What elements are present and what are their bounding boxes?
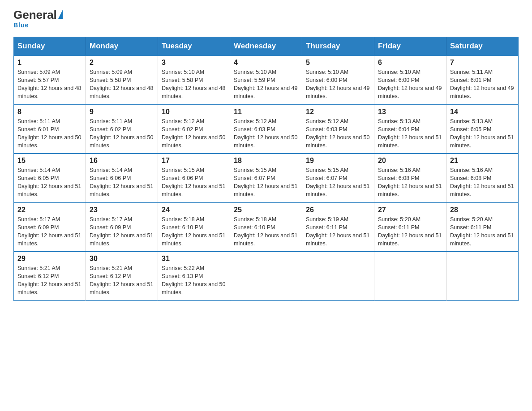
day-number: 11: [234, 108, 298, 116]
day-number: 3: [162, 59, 226, 67]
day-info: Sunrise: 5:21 AMSunset: 6:12 PMDaylight:…: [17, 264, 82, 297]
page-header: General Blue: [13, 9, 519, 29]
calendar-day-cell: 26 Sunrise: 5:19 AMSunset: 6:11 PMDaylig…: [302, 203, 374, 252]
weekday-header-thursday: Thursday: [302, 37, 374, 56]
day-info: Sunrise: 5:20 AMSunset: 6:11 PMDaylight:…: [450, 215, 515, 248]
weekday-header-monday: Monday: [86, 37, 158, 56]
day-number: 8: [17, 108, 82, 116]
logo-general-text: General: [13, 9, 57, 21]
day-number: 28: [450, 206, 515, 214]
calendar-day-cell: 23 Sunrise: 5:17 AMSunset: 6:09 PMDaylig…: [86, 203, 158, 252]
logo-triangle-icon: [58, 10, 63, 19]
day-number: 26: [306, 206, 370, 214]
day-info: Sunrise: 5:20 AMSunset: 6:11 PMDaylight:…: [378, 215, 442, 248]
calendar-day-cell: 20 Sunrise: 5:16 AMSunset: 6:08 PMDaylig…: [374, 154, 446, 203]
day-number: 18: [234, 157, 298, 165]
weekday-header-friday: Friday: [374, 37, 446, 56]
day-number: 13: [378, 108, 442, 116]
day-info: Sunrise: 5:14 AMSunset: 6:06 PMDaylight:…: [90, 166, 154, 199]
day-number: 21: [450, 157, 515, 165]
calendar-day-cell: 13 Sunrise: 5:13 AMSunset: 6:04 PMDaylig…: [374, 105, 446, 154]
day-info: Sunrise: 5:10 AMSunset: 6:00 PMDaylight:…: [306, 68, 370, 101]
day-info: Sunrise: 5:17 AMSunset: 6:09 PMDaylight:…: [17, 215, 82, 248]
day-number: 10: [162, 108, 226, 116]
day-number: 20: [378, 157, 442, 165]
day-number: 19: [306, 157, 370, 165]
calendar-day-cell: 31 Sunrise: 5:22 AMSunset: 6:13 PMDaylig…: [158, 252, 230, 300]
day-number: 6: [378, 59, 442, 67]
weekday-header-saturday: Saturday: [446, 37, 519, 56]
day-info: Sunrise: 5:10 AMSunset: 5:59 PMDaylight:…: [234, 68, 298, 101]
day-info: Sunrise: 5:11 AMSunset: 6:02 PMDaylight:…: [90, 117, 154, 150]
calendar-week-2: 8 Sunrise: 5:11 AMSunset: 6:01 PMDayligh…: [14, 105, 519, 154]
calendar-day-cell: 3 Sunrise: 5:10 AMSunset: 5:58 PMDayligh…: [158, 56, 230, 105]
logo: General Blue: [13, 9, 64, 29]
day-number: 16: [90, 157, 154, 165]
weekday-header-wednesday: Wednesday: [230, 37, 302, 56]
calendar-day-cell: [230, 252, 302, 300]
day-info: Sunrise: 5:12 AMSunset: 6:03 PMDaylight:…: [234, 117, 298, 150]
day-info: Sunrise: 5:09 AMSunset: 5:58 PMDaylight:…: [90, 68, 154, 101]
day-number: 24: [162, 206, 226, 214]
day-info: Sunrise: 5:18 AMSunset: 6:10 PMDaylight:…: [162, 215, 226, 248]
calendar-day-cell: 5 Sunrise: 5:10 AMSunset: 6:00 PMDayligh…: [302, 56, 374, 105]
calendar-day-cell: 29 Sunrise: 5:21 AMSunset: 6:12 PMDaylig…: [14, 252, 86, 300]
day-info: Sunrise: 5:10 AMSunset: 5:58 PMDaylight:…: [162, 68, 226, 101]
day-number: 12: [306, 108, 370, 116]
calendar-week-1: 1 Sunrise: 5:09 AMSunset: 5:57 PMDayligh…: [14, 56, 519, 105]
calendar-day-cell: 27 Sunrise: 5:20 AMSunset: 6:11 PMDaylig…: [374, 203, 446, 252]
calendar-day-cell: 9 Sunrise: 5:11 AMSunset: 6:02 PMDayligh…: [86, 105, 158, 154]
calendar-day-cell: 11 Sunrise: 5:12 AMSunset: 6:03 PMDaylig…: [230, 105, 302, 154]
day-number: 4: [234, 59, 298, 67]
day-info: Sunrise: 5:12 AMSunset: 6:03 PMDaylight:…: [306, 117, 370, 150]
day-number: 1: [17, 59, 82, 67]
day-info: Sunrise: 5:13 AMSunset: 6:05 PMDaylight:…: [450, 117, 515, 150]
calendar-day-cell: 8 Sunrise: 5:11 AMSunset: 6:01 PMDayligh…: [14, 105, 86, 154]
day-number: 29: [17, 255, 82, 263]
day-number: 31: [162, 255, 226, 263]
calendar-week-3: 15 Sunrise: 5:14 AMSunset: 6:05 PMDaylig…: [14, 154, 519, 203]
day-number: 2: [90, 59, 154, 67]
calendar-day-cell: [446, 252, 519, 300]
calendar-day-cell: 6 Sunrise: 5:10 AMSunset: 6:00 PMDayligh…: [374, 56, 446, 105]
day-info: Sunrise: 5:12 AMSunset: 6:02 PMDaylight:…: [162, 117, 226, 150]
calendar-day-cell: 10 Sunrise: 5:12 AMSunset: 6:02 PMDaylig…: [158, 105, 230, 154]
calendar-day-cell: 14 Sunrise: 5:13 AMSunset: 6:05 PMDaylig…: [446, 105, 519, 154]
logo-blue-text: Blue: [13, 21, 29, 29]
day-number: 14: [450, 108, 515, 116]
calendar-week-5: 29 Sunrise: 5:21 AMSunset: 6:12 PMDaylig…: [14, 252, 519, 300]
weekday-header-tuesday: Tuesday: [158, 37, 230, 56]
calendar-day-cell: 1 Sunrise: 5:09 AMSunset: 5:57 PMDayligh…: [14, 56, 86, 105]
calendar-day-cell: 17 Sunrise: 5:15 AMSunset: 6:06 PMDaylig…: [158, 154, 230, 203]
calendar-week-4: 22 Sunrise: 5:17 AMSunset: 6:09 PMDaylig…: [14, 203, 519, 252]
calendar-day-cell: 18 Sunrise: 5:15 AMSunset: 6:07 PMDaylig…: [230, 154, 302, 203]
logo-wordmark: General: [13, 9, 64, 21]
day-info: Sunrise: 5:13 AMSunset: 6:04 PMDaylight:…: [378, 117, 442, 150]
day-info: Sunrise: 5:11 AMSunset: 6:01 PMDaylight:…: [450, 68, 515, 101]
day-info: Sunrise: 5:09 AMSunset: 5:57 PMDaylight:…: [17, 68, 82, 101]
day-number: 25: [234, 206, 298, 214]
calendar-day-cell: 25 Sunrise: 5:18 AMSunset: 6:10 PMDaylig…: [230, 203, 302, 252]
day-info: Sunrise: 5:10 AMSunset: 6:00 PMDaylight:…: [378, 68, 442, 101]
day-info: Sunrise: 5:21 AMSunset: 6:12 PMDaylight:…: [90, 264, 154, 297]
day-info: Sunrise: 5:19 AMSunset: 6:11 PMDaylight:…: [306, 215, 370, 248]
day-number: 7: [450, 59, 515, 67]
day-info: Sunrise: 5:14 AMSunset: 6:05 PMDaylight:…: [17, 166, 82, 199]
calendar-day-cell: 24 Sunrise: 5:18 AMSunset: 6:10 PMDaylig…: [158, 203, 230, 252]
day-info: Sunrise: 5:18 AMSunset: 6:10 PMDaylight:…: [234, 215, 298, 248]
calendar-day-cell: 21 Sunrise: 5:16 AMSunset: 6:08 PMDaylig…: [446, 154, 519, 203]
day-number: 23: [90, 206, 154, 214]
day-info: Sunrise: 5:22 AMSunset: 6:13 PMDaylight:…: [162, 264, 226, 297]
day-number: 17: [162, 157, 226, 165]
calendar-day-cell: 28 Sunrise: 5:20 AMSunset: 6:11 PMDaylig…: [446, 203, 519, 252]
calendar-day-cell: 4 Sunrise: 5:10 AMSunset: 5:59 PMDayligh…: [230, 56, 302, 105]
calendar-day-cell: [374, 252, 446, 300]
day-number: 27: [378, 206, 442, 214]
calendar-day-cell: 16 Sunrise: 5:14 AMSunset: 6:06 PMDaylig…: [86, 154, 158, 203]
calendar-day-cell: 15 Sunrise: 5:14 AMSunset: 6:05 PMDaylig…: [14, 154, 86, 203]
calendar-day-cell: 7 Sunrise: 5:11 AMSunset: 6:01 PMDayligh…: [446, 56, 519, 105]
calendar-day-cell: 22 Sunrise: 5:17 AMSunset: 6:09 PMDaylig…: [14, 203, 86, 252]
calendar-table: SundayMondayTuesdayWednesdayThursdayFrid…: [13, 37, 519, 301]
calendar-day-cell: 30 Sunrise: 5:21 AMSunset: 6:12 PMDaylig…: [86, 252, 158, 300]
day-info: Sunrise: 5:15 AMSunset: 6:06 PMDaylight:…: [162, 166, 226, 199]
